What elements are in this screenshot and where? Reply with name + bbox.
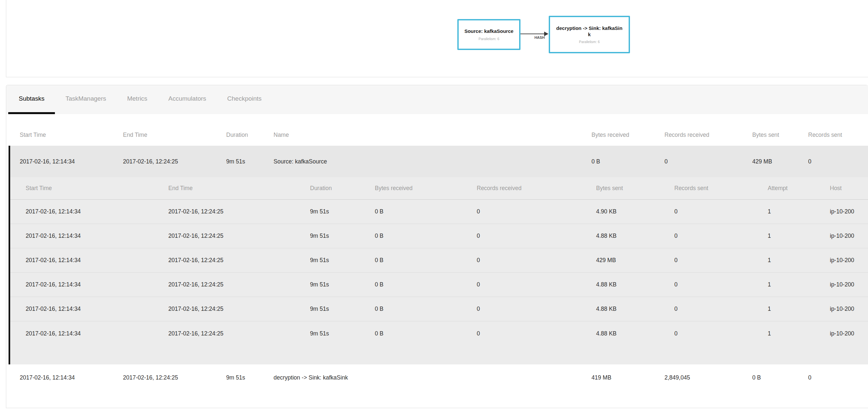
subcolumn-header-start-time: Start Time: [26, 185, 168, 192]
cell-records-received: 0: [477, 281, 596, 288]
subtask-row: 2017-02-16, 12:14:34 2017-02-16, 12:24:2…: [10, 273, 868, 297]
subtask-row: 2017-02-16, 12:14:34 2017-02-16, 12:24:2…: [10, 248, 868, 273]
cell-bytes-sent: 0 B: [752, 374, 808, 381]
cell-records-received: 0: [477, 330, 596, 337]
cell-host: ip-10-200: [830, 257, 868, 264]
subcolumn-header-end-time: End Time: [168, 185, 310, 192]
cell-duration: 9m 51s: [310, 281, 375, 288]
subtask-row: 2017-02-16, 12:14:34 2017-02-16, 12:24:2…: [10, 321, 868, 346]
cell-host: ip-10-200: [830, 233, 868, 239]
cell-attempt: 1: [768, 330, 830, 337]
cell-end-time: 2017-02-16, 12:24:25: [168, 281, 310, 288]
column-header-duration: Duration: [226, 131, 274, 139]
subtask-table-header: Start Time End Time Duration Bytes recei…: [10, 177, 868, 200]
cell-start-time: 2017-02-16, 12:14:34: [26, 257, 168, 264]
cell-duration: 9m 51s: [310, 330, 375, 337]
cell-attempt: 1: [768, 305, 830, 312]
subcolumn-header-records-received: Records received: [477, 185, 596, 192]
cell-start-time: 2017-02-16, 12:14:34: [26, 305, 168, 312]
column-header-start-time: Start Time: [20, 131, 123, 139]
cell-end-time: 2017-02-16, 12:24:25: [168, 330, 310, 337]
cell-bytes-received: 0 B: [591, 158, 664, 165]
subcolumn-header-records-sent: Records sent: [674, 185, 768, 192]
cell-host: ip-10-200: [830, 208, 868, 215]
cell-records-received: 0: [664, 158, 752, 165]
column-header-bytes-sent: Bytes sent: [752, 131, 808, 139]
column-header-end-time: End Time: [123, 131, 226, 139]
subcolumn-header-bytes-sent: Bytes sent: [596, 185, 674, 192]
cell-attempt: 1: [768, 233, 830, 239]
tab-metrics[interactable]: Metrics: [117, 85, 158, 114]
cell-start-time: 2017-02-16, 12:14:34: [20, 374, 123, 381]
table-row-decryption-sink[interactable]: 2017-02-16, 12:14:34 2017-02-16, 12:24:2…: [8, 364, 868, 391]
tab-accumulators[interactable]: Accumulators: [158, 85, 217, 114]
cell-bytes-sent: 4.90 KB: [596, 208, 674, 215]
job-graph-panel: Source: kafkaSource Parallelism: 6 HASH …: [6, 0, 868, 77]
cell-records-received: 0: [477, 257, 596, 264]
cell-end-time: 2017-02-16, 12:24:25: [168, 257, 310, 264]
subtask-row: 2017-02-16, 12:14:34 2017-02-16, 12:24:2…: [10, 297, 868, 321]
node-parallelism: Parallelism: 6: [579, 40, 600, 44]
cell-host: ip-10-200: [830, 305, 868, 312]
cell-records-sent: 0: [674, 233, 768, 239]
subcolumn-header-attempt: Attempt: [768, 185, 830, 192]
tab-subtasks[interactable]: Subtasks: [8, 85, 55, 114]
cell-bytes-received: 0 B: [375, 233, 477, 239]
tab-bar: Subtasks TaskManagers Metrics Accumulato…: [6, 85, 868, 114]
cell-end-time: 2017-02-16, 12:24:25: [168, 208, 310, 215]
cell-records-sent: 0: [808, 158, 867, 165]
cell-start-time: 2017-02-16, 12:14:34: [26, 208, 168, 215]
cell-attempt: 1: [768, 257, 830, 264]
graph-node-source[interactable]: Source: kafkaSource Parallelism: 6: [457, 19, 521, 50]
job-detail-panel: Subtasks TaskManagers Metrics Accumulato…: [6, 85, 868, 408]
cell-records-sent: 0: [674, 208, 768, 215]
subcolumn-header-host: Host: [830, 185, 868, 192]
cell-name: Source: kafkaSource: [274, 158, 591, 165]
subtask-row: 2017-02-16, 12:14:34 2017-02-16, 12:24:2…: [10, 200, 868, 224]
cell-duration: 9m 51s: [226, 374, 274, 381]
column-header-bytes-received: Bytes received: [591, 131, 664, 139]
cell-attempt: 1: [768, 281, 830, 288]
cell-bytes-sent: 4.88 KB: [596, 305, 674, 312]
cell-bytes-sent: 4.88 KB: [596, 233, 674, 239]
cell-bytes-sent: 429 MB: [596, 257, 674, 264]
subtask-row: 2017-02-16, 12:14:34 2017-02-16, 12:24:2…: [10, 224, 868, 248]
cell-end-time: 2017-02-16, 12:24:25: [168, 233, 310, 239]
cell-bytes-sent: 4.88 KB: [596, 281, 674, 288]
node-parallelism: Parallelism: 6: [478, 37, 499, 41]
table-row-source-kafkasource[interactable]: 2017-02-16, 12:14:34 2017-02-16, 12:24:2…: [8, 146, 868, 177]
cell-attempt: 1: [768, 208, 830, 215]
cell-host: ip-10-200: [830, 281, 868, 288]
tab-taskmanagers[interactable]: TaskManagers: [55, 85, 117, 114]
cell-start-time: 2017-02-16, 12:14:34: [20, 158, 123, 165]
cell-end-time: 2017-02-16, 12:24:25: [168, 305, 310, 312]
cell-duration: 9m 51s: [226, 158, 274, 165]
node-title: decryption -> Sink: kafkaSink: [556, 25, 623, 38]
cell-records-received: 2,849,045: [664, 374, 752, 381]
edge-line: [521, 34, 545, 34]
column-header-records-sent: Records sent: [808, 131, 867, 139]
cell-name: decryption -> Sink: kafkaSink: [274, 374, 591, 381]
cell-bytes-received: 419 MB: [591, 374, 664, 381]
cell-records-sent: 0: [674, 305, 768, 312]
cell-bytes-received: 0 B: [375, 257, 477, 264]
subcolumn-header-duration: Duration: [310, 185, 375, 192]
cell-duration: 9m 51s: [310, 208, 375, 215]
graph-node-sink[interactable]: decryption -> Sink: kafkaSink Parallelis…: [549, 16, 630, 53]
cell-records-sent: 0: [808, 374, 867, 381]
subcolumn-header-bytes-received: Bytes received: [375, 185, 477, 192]
cell-duration: 9m 51s: [310, 233, 375, 239]
cell-bytes-sent: 4.88 KB: [596, 330, 674, 337]
cell-host: ip-10-200: [830, 330, 868, 337]
column-header-name: Name: [274, 131, 591, 139]
cell-records-sent: 0: [674, 281, 768, 288]
cell-end-time: 2017-02-16, 12:24:25: [123, 374, 226, 381]
flink-job-page: Source: kafkaSource Parallelism: 6 HASH …: [0, 0, 868, 419]
cell-records-received: 0: [477, 233, 596, 239]
cell-start-time: 2017-02-16, 12:14:34: [26, 330, 168, 337]
node-title: Source: kafkaSource: [464, 28, 513, 34]
subtask-detail-block: Start Time End Time Duration Bytes recei…: [8, 177, 868, 364]
tab-checkpoints[interactable]: Checkpoints: [217, 85, 272, 114]
main-table-header: Start Time End Time Duration Name Bytes …: [8, 114, 868, 146]
cell-duration: 9m 51s: [310, 257, 375, 264]
